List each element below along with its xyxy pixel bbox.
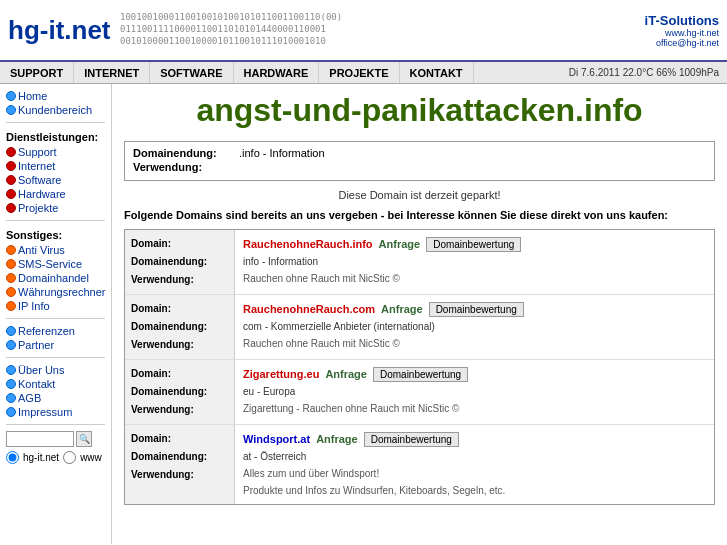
domain-verwendung-val: Alles zum und über Windsport! bbox=[243, 465, 706, 482]
sidebar-item-ipinfo[interactable]: IP Info bbox=[6, 300, 105, 312]
domain-row: Domain:Domainendung:Verwendung: Zigarett… bbox=[125, 360, 714, 425]
sidebar-item-hardware[interactable]: Hardware bbox=[6, 188, 105, 200]
sidebar-item-kontakt[interactable]: Kontakt bbox=[6, 378, 105, 390]
domain-endung-val: info - Information bbox=[243, 253, 706, 270]
header-right: iT-Solutions www.hg-it.net office@hg-it.… bbox=[597, 0, 727, 60]
divider bbox=[6, 318, 105, 319]
parked-notice: Diese Domain ist derzeit geparkt! bbox=[124, 189, 715, 201]
endung-val: .info - Information bbox=[239, 147, 325, 159]
domainbewertung-button[interactable]: Domainbewertung bbox=[426, 237, 521, 252]
domain-labels: Domain:Domainendung:Verwendung: bbox=[125, 230, 235, 294]
anfrage-link[interactable]: Anfrage bbox=[381, 300, 423, 319]
software-link[interactable]: Software bbox=[18, 174, 61, 186]
nav-internet[interactable]: INTERNET bbox=[74, 62, 150, 83]
kundenbereich-link[interactable]: Kundenbereich bbox=[18, 104, 92, 116]
domainbewertung-button[interactable]: Domainbewertung bbox=[373, 367, 468, 382]
domain-values: RauchenohneRauch.com Anfrage Domainbewer… bbox=[235, 295, 714, 359]
page-title-area: angst-und-panikattacken.info bbox=[124, 92, 715, 129]
domain-name-link[interactable]: Zigarettung.eu bbox=[243, 365, 319, 384]
sidebar-item-agb[interactable]: AGB bbox=[6, 392, 105, 404]
sidebar-item-software[interactable]: Software bbox=[6, 174, 105, 186]
sidebar-item-home[interactable]: Home bbox=[6, 90, 105, 102]
nav-hardware[interactable]: HARDWARE bbox=[234, 62, 320, 83]
logo[interactable]: hg-it.net bbox=[8, 15, 111, 46]
radio-www[interactable] bbox=[63, 451, 76, 464]
sidebar-item-internet[interactable]: Internet bbox=[6, 160, 105, 172]
domain-name-text: Windsport.at bbox=[243, 433, 310, 445]
hardware-link[interactable]: Hardware bbox=[18, 188, 66, 200]
email-link[interactable]: office@hg-it.net bbox=[656, 38, 719, 48]
domain-name-row: Windsport.at Anfrage Domainbewertung bbox=[243, 430, 706, 449]
internet-link[interactable]: Internet bbox=[18, 160, 55, 172]
search-input[interactable] bbox=[6, 431, 74, 447]
domain-name-link[interactable]: RauchenohneRauch.com bbox=[243, 300, 375, 319]
domainbewertung-button[interactable]: Domainbewertung bbox=[364, 432, 459, 447]
anfrage-link[interactable]: Anfrage bbox=[316, 430, 358, 449]
nav-software[interactable]: SOFTWARE bbox=[150, 62, 233, 83]
dienstleistungen-header: Dienstleistungen: bbox=[6, 131, 105, 143]
sidebar-item-antivirus[interactable]: Anti Virus bbox=[6, 244, 105, 256]
domain-values: Windsport.at Anfrage Domainbewertung at … bbox=[235, 425, 714, 505]
domain-name-link[interactable]: Windsport.at bbox=[243, 430, 310, 449]
sms-link[interactable]: SMS-Service bbox=[18, 258, 82, 270]
projekte-link[interactable]: Projekte bbox=[18, 202, 58, 214]
bullet-icon bbox=[6, 203, 16, 213]
domainbewertung-button[interactable]: Domainbewertung bbox=[429, 302, 524, 317]
domain-verwendung-val: Zigarettung - Rauchen ohne Rauch mit Nic… bbox=[243, 400, 706, 417]
support-link[interactable]: Support bbox=[18, 146, 57, 158]
domain-name-link[interactable]: RauchenohneRauch.info bbox=[243, 235, 373, 254]
sonstiges-header: Sonstiges: bbox=[6, 229, 105, 241]
domain-row: Domain:Domainendung:Verwendung: Windspor… bbox=[125, 425, 714, 505]
sidebar-item-projekte[interactable]: Projekte bbox=[6, 202, 105, 214]
nav-kontakt[interactable]: KONTAKT bbox=[400, 62, 474, 83]
domain-row: Domain:Domainendung:Verwendung: Raucheno… bbox=[125, 230, 714, 295]
ueber-link[interactable]: Über Uns bbox=[18, 364, 64, 376]
domain-labels: Domain:Domainendung:Verwendung: bbox=[125, 360, 235, 424]
bullet-icon bbox=[6, 147, 16, 157]
domain-labels: Domain:Domainendung:Verwendung: bbox=[125, 425, 235, 505]
sidebar-item-partner[interactable]: Partner bbox=[6, 339, 105, 351]
partner-link[interactable]: Partner bbox=[18, 339, 54, 351]
antivirus-link[interactable]: Anti Virus bbox=[18, 244, 65, 256]
sidebar-item-waehrung[interactable]: Währungsrechner bbox=[6, 286, 105, 298]
sidebar-item-sms[interactable]: SMS-Service bbox=[6, 258, 105, 270]
bullet-icon bbox=[6, 175, 16, 185]
sidebar-item-referenzen[interactable]: Referenzen bbox=[6, 325, 105, 337]
nav-datetime: Di 7.6.2011 22.0°C 66% 1009hPa bbox=[561, 67, 727, 78]
domainhandel-link[interactable]: Domainhandel bbox=[18, 272, 89, 284]
sidebar-item-support[interactable]: Support bbox=[6, 146, 105, 158]
anfrage-link[interactable]: Anfrage bbox=[325, 365, 367, 384]
anfrage-link[interactable]: Anfrage bbox=[379, 235, 421, 254]
home-link[interactable]: Home bbox=[18, 90, 47, 102]
sidebar-item-kundenbereich[interactable]: Kundenbereich bbox=[6, 104, 105, 116]
bullet-icon bbox=[6, 91, 16, 101]
header: hg-it.net 100100100011001001010010101100… bbox=[0, 0, 727, 62]
domain-name-row: Zigarettung.eu Anfrage Domainbewertung bbox=[243, 365, 706, 384]
waehrung-link[interactable]: Währungsrechner bbox=[18, 286, 105, 298]
impressum-link[interactable]: Impressum bbox=[18, 406, 72, 418]
domain-listing: Domain:Domainendung:Verwendung: Raucheno… bbox=[124, 229, 715, 506]
nav-support[interactable]: SUPPORT bbox=[0, 62, 74, 83]
navbar: SUPPORT INTERNET SOFTWARE HARDWARE PROJE… bbox=[0, 62, 727, 84]
ipinfo-link[interactable]: IP Info bbox=[18, 300, 50, 312]
sidebar-search: 🔍 bbox=[6, 431, 105, 447]
search-button[interactable]: 🔍 bbox=[76, 431, 92, 447]
website-link[interactable]: www.hg-it.net bbox=[656, 28, 719, 38]
kontakt-link[interactable]: Kontakt bbox=[18, 378, 55, 390]
domains-intro: Folgende Domains sind bereits an uns ver… bbox=[124, 209, 715, 221]
divider bbox=[6, 122, 105, 123]
sidebar-item-impressum[interactable]: Impressum bbox=[6, 406, 105, 418]
header-binary: 1001001000110010010100101011001100110(00… bbox=[120, 0, 597, 60]
domain-name-text: RauchenohneRauch.com bbox=[243, 303, 375, 315]
radio-hgit[interactable] bbox=[6, 451, 19, 464]
bullet-icon bbox=[6, 189, 16, 199]
referenzen-link[interactable]: Referenzen bbox=[18, 325, 75, 337]
domain-endung-val: eu - Europa bbox=[243, 383, 706, 400]
domain-values: RauchenohneRauch.info Anfrage Domainbewe… bbox=[235, 230, 714, 294]
domain-endung-val: com - Kommerzielle Anbieter (internation… bbox=[243, 318, 706, 335]
bullet-icon bbox=[6, 326, 16, 336]
nav-projekte[interactable]: PROJEKTE bbox=[319, 62, 399, 83]
sidebar-item-domainhandel[interactable]: Domainhandel bbox=[6, 272, 105, 284]
sidebar-item-ueber[interactable]: Über Uns bbox=[6, 364, 105, 376]
agb-link[interactable]: AGB bbox=[18, 392, 41, 404]
